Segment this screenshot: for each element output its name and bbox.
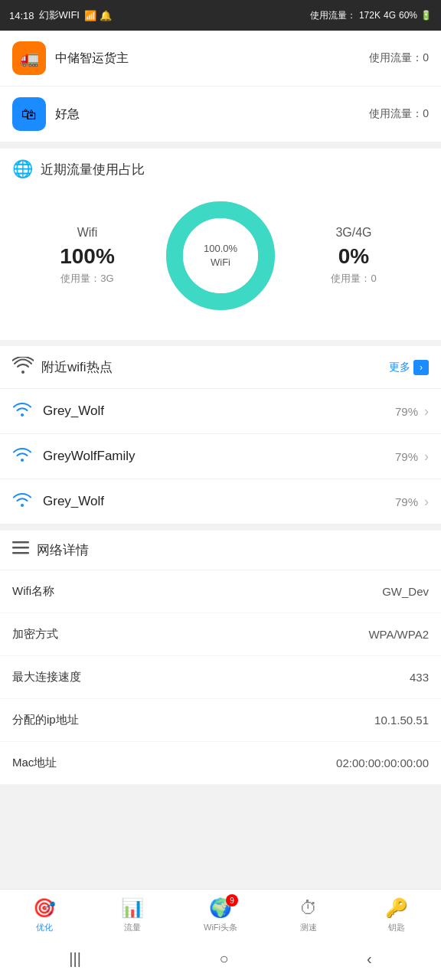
cell-percent: 0% [282,244,426,269]
net-row-ip: 分配的ip地址 10.1.50.51 [0,699,441,742]
app-row-haoji[interactable]: 🛍 好急 使用流量：0 [0,87,441,142]
wifi-more-button[interactable]: 更多 › [389,360,429,375]
app-icon-zhongchu: 🚛 [12,41,46,75]
wifi-percent: 100% [15,244,159,269]
donut-center-text: 100.0% WiFi [204,242,237,270]
net-val-wifi-name: GW_Dev [382,585,429,598]
cell-label: 3G/4G [282,226,426,240]
sys-back-button[interactable]: ‹ [351,946,387,972]
wifi-item-right-2: 79% › [395,494,429,510]
wifi-hotspot-name-0: Grey_Wolf [43,403,104,419]
wifi-chevron-icon-0: › [424,403,429,420]
app-section: 🚛 中储智运货主 使用流量：0 🛍 好急 使用流量：0 [0,31,441,142]
status-bar: 14:18 幻影WIFI 📶 🔔 使用流量： 172K 4G 60% 🔋 [0,0,441,31]
network-details-icon [12,541,29,559]
status-battery: 60% [399,10,417,21]
donut-center-line2: WiFi [204,256,237,270]
traffic-wifi: Wifi 100% 使用量：3G [15,226,159,286]
key-label: 钥匙 [388,922,405,933]
sys-home-button[interactable]: ○ [204,946,243,972]
wifi-more-arrow-icon: › [413,360,429,375]
net-val-max-speed: 433 [410,671,429,684]
network-details-section: 网络详情 Wifi名称 GW_Dev 加密方式 WPA/WPA2 最大连接速度 … [0,531,441,785]
nav-item-optimize[interactable]: 🎯 优化 [0,897,88,933]
wifi-signal-icon-0 [12,401,32,421]
traffic-header-title: 近期流量使用占比 [41,161,145,178]
net-key-encryption: 加密方式 [12,627,58,642]
wifi-usage: 使用量：3G [15,272,159,286]
status-icons: 📶 🔔 [84,10,112,21]
app-usage-zhongchu: 使用流量：0 [369,51,429,65]
net-val-encryption: WPA/WPA2 [368,628,429,641]
optimize-icon: 🎯 [33,897,56,919]
wifi-chevron-icon-1: › [424,449,429,465]
nav-item-wifi-news[interactable]: 🌍 9 WiFi头条 [176,897,264,933]
wifi-hotspot-header-left: 附近wifi热点 [12,357,113,377]
wifi-item-left-2: Grey_Wolf [12,492,104,511]
app-icon-haoji: 🛍 [12,97,46,131]
wifi-hotspot-title: 附近wifi热点 [41,358,113,376]
svg-rect-4 [12,547,29,549]
sys-menu-button[interactable]: ||| [54,946,96,972]
wifi-item-left-1: GreyWolfFamily [12,446,136,466]
traffic-chart: Wifi 100% 使用量：3G 100.0% WiFi 3G/4G 0% 使用 [0,187,441,325]
wifi-hotspot-strength-1: 79% [395,450,418,463]
wifi-hotspot-strength-0: 79% [395,405,418,418]
net-key-wifi-name: Wifi名称 [12,584,54,599]
traffic-icon: 📊 [121,897,144,919]
net-key-max-speed: 最大连接速度 [12,670,81,684]
speedtest-icon: ⏱ [299,897,318,919]
app-info-zhongchu: 🚛 中储智运货主 [12,41,129,75]
network-details-header: 网络详情 [0,531,441,570]
svg-rect-3 [12,541,29,544]
nav-item-traffic[interactable]: 📊 流量 [88,897,176,933]
wifi-more-label: 更多 [389,361,410,374]
wifi-chevron-icon-2: › [424,494,429,510]
wifi-item-left-0: Grey_Wolf [12,401,104,421]
wifi-news-label: WiFi头条 [204,922,237,933]
net-key-ip: 分配的ip地址 [12,713,79,727]
wifi-hotspot-item-2[interactable]: Grey_Wolf 79% › [0,479,441,524]
app-row-zhongchu[interactable]: 🚛 中储智运货主 使用流量：0 [0,31,441,87]
wifi-item-right-1: 79% › [395,449,429,465]
app-name-status: 幻影WIFI [39,8,80,22]
status-traffic-value: 172K [359,10,381,21]
wifi-item-right-0: 79% › [395,403,429,420]
wifi-news-badge: 9 [226,894,238,906]
app-info-haoji: 🛍 好急 [12,97,80,131]
traffic-label: 流量 [124,922,141,933]
net-row-max-speed: 最大连接速度 433 [0,656,441,699]
donut-center-line1: 100.0% [204,242,237,256]
traffic-cell: 3G/4G 0% 使用量：0 [282,226,426,286]
traffic-header-icon: 🌐 [12,159,33,179]
net-val-mac: 02:00:00:00:00:00 [336,756,429,769]
wifi-hotspot-item-1[interactable]: GreyWolfFamily 79% › [0,434,441,479]
donut-chart: 100.0% WiFi [159,194,282,317]
cell-usage: 使用量：0 [282,272,426,286]
nav-item-speedtest[interactable]: ⏱ 测速 [265,897,353,933]
svg-rect-5 [12,552,29,554]
net-key-mac: Mac地址 [12,756,57,770]
wifi-hotspot-name-2: Grey_Wolf [43,494,104,509]
wifi-hotspot-item-0[interactable]: Grey_Wolf 79% › [0,389,441,434]
traffic-header: 🌐 近期流量使用占比 [0,149,441,187]
wifi-hotspot-section: 附近wifi热点 更多 › Grey_Wolf 79% › [0,346,441,524]
bottom-nav: 🎯 优化 📊 流量 🌍 9 WiFi头条 ⏱ 测速 🔑 钥匙 ||| ○ ‹ [0,889,441,980]
status-signal: 4G [384,10,396,21]
speedtest-label: 测速 [300,922,317,933]
status-right: 使用流量： 172K 4G 60% 🔋 [310,9,432,22]
network-details-title: 网络详情 [37,541,89,559]
net-row-encryption: 加密方式 WPA/WPA2 [0,613,441,656]
sys-nav: ||| ○ ‹ [0,938,441,980]
battery-icon: 🔋 [420,10,432,21]
nav-item-key[interactable]: 🔑 钥匙 [353,897,441,933]
wifi-signal-icon-1 [12,446,32,466]
status-traffic-label: 使用流量： [310,9,356,22]
status-time: 14:18 [9,10,34,21]
traffic-section: 🌐 近期流量使用占比 Wifi 100% 使用量：3G 100.0% WiFi [0,149,441,340]
net-row-mac: Mac地址 02:00:00:00:00:00 [0,742,441,785]
net-val-ip: 10.1.50.51 [374,714,429,727]
app-usage-haoji: 使用流量：0 [369,107,429,121]
nav-bar: 🎯 优化 📊 流量 🌍 9 WiFi头条 ⏱ 测速 🔑 钥匙 [0,890,441,938]
status-left: 14:18 幻影WIFI 📶 🔔 [9,8,112,22]
